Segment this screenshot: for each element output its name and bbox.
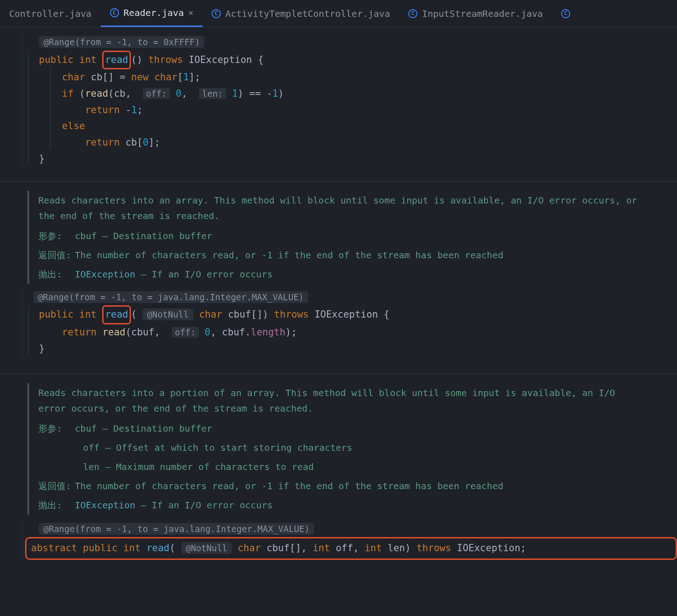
- tab-label: Controller.java: [9, 6, 92, 21]
- javadoc-block: Reads characters into a portion of an ar…: [0, 374, 677, 515]
- tab-label: ActivityTempletController.java: [225, 6, 390, 21]
- class-icon: C: [561, 9, 570, 18]
- method-signature: abstract public int read( @NotNull char …: [31, 540, 671, 557]
- tab-controller[interactable]: Controller.java: [0, 0, 101, 27]
- doc-throws-label: 抛出:: [38, 266, 71, 282]
- doc-return-desc: The number of characters read, or -1 if …: [75, 247, 503, 263]
- doc-param-name: cbuf: [75, 423, 97, 434]
- tab-reader[interactable]: C Reader.java ×: [101, 0, 203, 27]
- editor-tabs: Controller.java C Reader.java × C Activi…: [0, 0, 677, 27]
- class-icon: C: [110, 8, 119, 17]
- doc-param-desc: – Destination buffer: [97, 423, 212, 434]
- method-signature: public int read( @NotNull char cbuf[]) t…: [27, 305, 677, 324]
- doc-param-desc: – Offset at which to start storing chara…: [99, 442, 352, 453]
- doc-throws-name[interactable]: IOException: [75, 500, 135, 511]
- doc-param-desc: – Destination buffer: [97, 230, 212, 241]
- tab-label: Reader.java: [124, 5, 184, 21]
- code-line: char cb[] = new char[1];: [27, 69, 677, 86]
- doc-return-label: 返回值:: [38, 478, 71, 494]
- doc-param-name: off: [83, 442, 99, 453]
- doc-param-label: 形参:: [38, 228, 71, 244]
- code-line: if (read(cb, off: 0, len: 1) == -1): [27, 86, 677, 102]
- code-editor[interactable]: @Range(from = -1, to = 0xFFFF) public in…: [0, 27, 677, 562]
- doc-param-label: 形参:: [38, 421, 71, 436]
- code-line: return read(cbuf, off: 0, cbuf.length);: [27, 324, 677, 341]
- tab-overflow[interactable]: C: [552, 0, 570, 27]
- doc-throws-desc: – If an I/O error occurs: [135, 500, 272, 511]
- highlighted-declaration: abstract public int read( @NotNull char …: [25, 537, 677, 560]
- doc-return-desc: The number of characters read, or -1 if …: [75, 478, 503, 494]
- tab-activity-templet[interactable]: C ActivityTempletController.java: [203, 0, 399, 27]
- code-line: else: [27, 118, 677, 135]
- doc-throws-desc: – If an I/O error occurs: [135, 269, 272, 280]
- tab-inputstreamreader[interactable]: C InputStreamReader.java: [399, 0, 552, 27]
- class-icon: C: [212, 9, 221, 18]
- doc-return-label: 返回值:: [38, 247, 71, 263]
- javadoc-block: Reads characters into an array. This met…: [0, 181, 677, 284]
- doc-summary: Reads characters into an array. This met…: [38, 193, 648, 224]
- method-signature: public int read() throws IOException {: [27, 51, 677, 70]
- annotation-hint: @Range(from = -1, to = 0xFFFF): [27, 34, 677, 51]
- code-line: return -1;: [27, 102, 677, 119]
- annotation-hint: @Range(from = -1, to = java.lang.Integer…: [27, 289, 677, 306]
- tab-label: InputStreamReader.java: [422, 6, 543, 21]
- doc-summary: Reads characters into a portion of an ar…: [38, 385, 648, 416]
- doc-param-name: cbuf: [75, 230, 97, 241]
- close-icon[interactable]: ×: [188, 6, 193, 20]
- code-line: }: [27, 151, 677, 167]
- code-line: return cb[0];: [27, 135, 677, 151]
- doc-param-name: len: [83, 461, 99, 472]
- doc-param-desc: – Maximum number of characters to read: [99, 461, 314, 472]
- doc-throws-label: 抛出:: [38, 497, 71, 513]
- doc-throws-name[interactable]: IOException: [75, 269, 135, 280]
- code-line: }: [27, 341, 677, 357]
- annotation-hint: @Range(from = -1, to = java.lang.Integer…: [27, 521, 677, 538]
- class-icon: C: [408, 9, 417, 18]
